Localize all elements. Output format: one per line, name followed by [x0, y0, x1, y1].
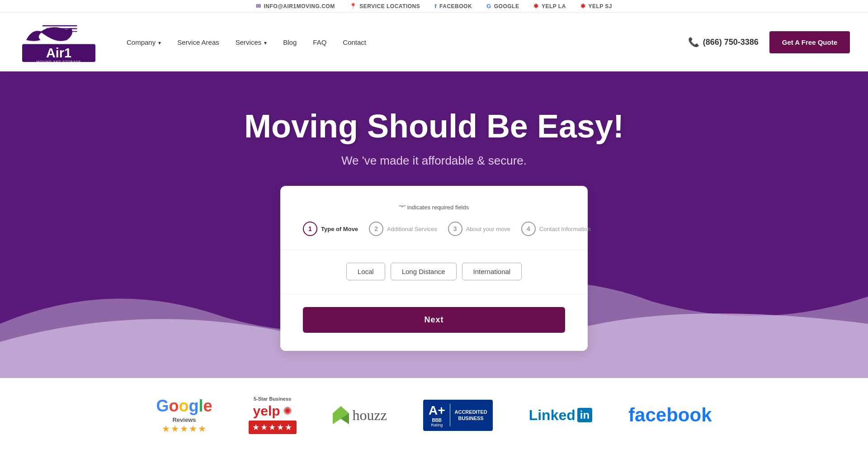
services-chevron-icon — [263, 38, 267, 46]
quote-form-card: "*" indicates required fields 1 Type of … — [280, 186, 588, 351]
email-icon: ✉ — [256, 3, 261, 9]
step-1-circle: 1 — [303, 222, 317, 236]
move-option-local[interactable]: Local — [346, 263, 385, 280]
svg-text:MOVING AND STORAGE: MOVING AND STORAGE — [36, 60, 81, 64]
nav-service-areas[interactable]: Service Areas — [177, 38, 219, 46]
houzz-logo[interactable]: houzz — [333, 406, 387, 424]
linkedin-logo[interactable]: Linked in — [529, 407, 592, 424]
form-divider-bottom — [280, 294, 588, 294]
phone-area: 📞 (866) 750-3386 — [688, 37, 759, 47]
navbar: Air1 MOVING AND STORAGE Company Service … — [0, 13, 868, 71]
yelp-sj-icon: ✱ — [580, 3, 586, 9]
email-link[interactable]: ✉ INFO@AIR1MOVING.COM — [256, 3, 335, 9]
nav-blog[interactable]: Blog — [283, 38, 297, 46]
nav-services[interactable]: Services — [236, 38, 267, 46]
google-link[interactable]: G GOOGLE — [486, 3, 519, 9]
top-bar: ✉ INFO@AIR1MOVING.COM 📍 SERVICE LOCATION… — [0, 0, 868, 13]
bbb-logo[interactable]: A+ BBB Rating ACCREDITEDBUSINESS — [423, 400, 493, 431]
step-2-label: Additional Services — [387, 226, 437, 232]
step-4-circle: 4 — [521, 222, 536, 236]
yelp-la-icon: ✱ — [533, 3, 539, 9]
nav-faq[interactable]: FAQ — [313, 38, 326, 46]
step-2: 2 Additional Services — [369, 222, 437, 236]
step-1-label: Type of Move — [321, 226, 358, 232]
yelp-sj-text: YELP SJ — [588, 3, 612, 9]
email-text: INFO@AIR1MOVING.COM — [264, 3, 335, 9]
next-button[interactable]: Next — [303, 307, 565, 333]
facebook-icon: f — [434, 3, 437, 9]
nav-links: Company Service Areas Services Blog FAQ … — [127, 38, 688, 46]
hero-title: Moving Should Be Easy! — [244, 108, 624, 145]
step-4-label: Contact Information — [539, 226, 590, 232]
form-divider-top — [280, 250, 588, 250]
step-3: 3 About your move — [448, 222, 510, 236]
facebook-logo[interactable]: facebook — [628, 404, 712, 426]
step-1: 1 Type of Move — [303, 222, 358, 236]
move-option-long-distance[interactable]: Long Distance — [391, 263, 457, 280]
facebook-text: FACEBOOK — [439, 3, 472, 9]
phone-number: (866) 750-3386 — [703, 38, 759, 47]
hero-section: Moving Should Be Easy! We 've made it af… — [0, 71, 868, 378]
move-option-international[interactable]: International — [462, 263, 522, 280]
phone-icon: 📞 — [688, 37, 699, 47]
step-3-label: About your move — [466, 226, 510, 232]
locations-link[interactable]: 📍 SERVICE LOCATIONS — [349, 3, 420, 9]
yelp-la-link[interactable]: ✱ YELP LA — [533, 3, 566, 9]
nav-right: 📞 (866) 750-3386 Get A Free Quote — [688, 31, 850, 53]
facebook-link[interactable]: f FACEBOOK — [434, 3, 472, 9]
yelp-la-text: YELP LA — [542, 3, 566, 9]
nav-company[interactable]: Company — [127, 38, 161, 46]
form-steps: 1 Type of Move 2 Additional Services 3 A… — [303, 222, 565, 236]
locations-text: SERVICE LOCATIONS — [359, 3, 420, 9]
required-note: "*" indicates required fields — [303, 204, 565, 211]
google-text: GOOGLE — [494, 3, 519, 9]
step-3-circle: 3 — [448, 222, 462, 236]
yelp-sj-link[interactable]: ✱ YELP SJ — [580, 3, 612, 9]
hero-subtitle: We 've made it affordable & secure. — [341, 154, 527, 168]
get-quote-button[interactable]: Get A Free Quote — [769, 31, 850, 53]
yelp-logo[interactable]: 5-Star Business yelp ✺ ★★★★★ — [249, 396, 297, 434]
google-icon: G — [486, 3, 491, 9]
step-4: 4 Contact Information — [521, 222, 590, 236]
move-options: Local Long Distance International — [303, 263, 565, 280]
company-chevron-icon — [157, 38, 161, 46]
location-icon: 📍 — [349, 3, 357, 9]
logo[interactable]: Air1 MOVING AND STORAGE — [18, 19, 99, 65]
google-reviews-logo[interactable]: G o o g l e Reviews ★★★★★ — [156, 397, 212, 434]
nav-contact[interactable]: Contact — [343, 38, 366, 46]
logos-section: G o o g l e Reviews ★★★★★ 5-Star Busines… — [0, 378, 868, 449]
step-2-circle: 2 — [369, 222, 383, 236]
svg-text:Air1: Air1 — [46, 46, 71, 60]
